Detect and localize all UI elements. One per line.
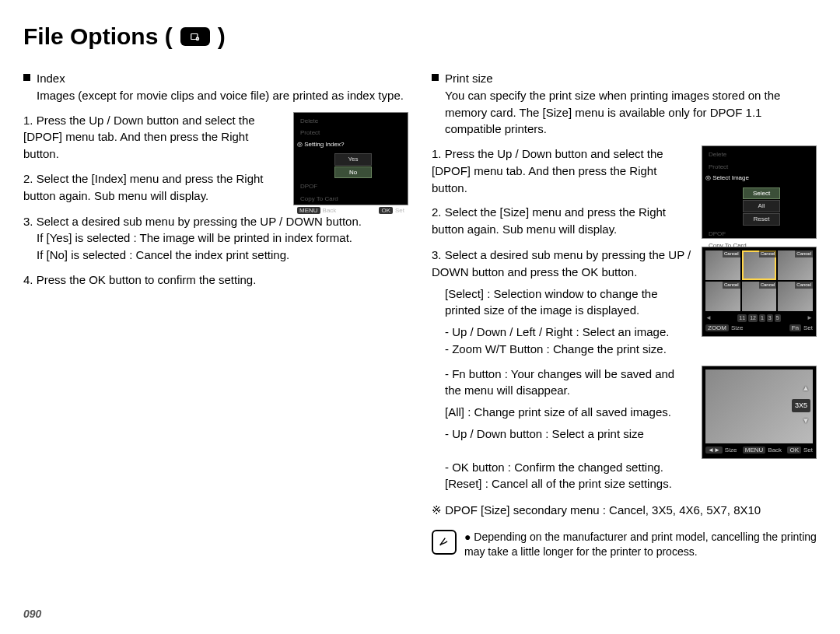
left-step4: 4. Press the OK button to confirm the se… xyxy=(23,271,408,289)
choice-all: All xyxy=(743,200,780,212)
right-updown: - Up / Down / Left / Right : Select an i… xyxy=(445,324,692,341)
thumb: Cancel xyxy=(778,282,813,311)
left-step3-no: If [No] is selected : Cancel the index p… xyxy=(37,247,408,264)
footer-size: Size xyxy=(725,447,737,454)
dpof-secondary: ※ DPOF [Size] secondary menu : Cancel, 3… xyxy=(432,502,817,519)
menu-delete: Delete xyxy=(297,116,404,127)
footer-set: Set xyxy=(395,207,404,214)
left-step2: 2. Select the [Index] menu and press the… xyxy=(23,170,284,205)
right-updown2: - Up / Down button : Select a print size xyxy=(445,426,692,443)
menu-protect: Protect xyxy=(297,128,404,138)
lcd-single-photo: ▲ 3X5 ▼ ◄►Size MENUBack OKSet xyxy=(702,366,817,459)
menu-protect: Protect xyxy=(705,162,813,173)
index-intro: Images (except for movie clips and voice… xyxy=(37,87,408,104)
page-title: File Options ( ) xyxy=(23,23,817,50)
tag-ok: OK xyxy=(787,447,801,454)
choice-no: No xyxy=(334,166,372,179)
title-close: ) xyxy=(218,23,226,50)
thumb: Cancel xyxy=(705,282,740,311)
page-number: 090 xyxy=(23,608,41,620)
left-step3-yes: If [Yes] is selected : The image will be… xyxy=(37,229,408,247)
right-ok: - OK button : Confirm the changed settin… xyxy=(445,459,817,476)
footer-back: Back xyxy=(768,447,782,454)
right-step3: 3. Select a desired sub menu by pressing… xyxy=(432,247,692,281)
page-label: 12 xyxy=(748,314,758,322)
file-options-icon xyxy=(180,27,210,46)
right-fn: - Fn button : Your changes will be saved… xyxy=(445,366,692,400)
left-column: Index Images (except for movie clips and… xyxy=(23,70,408,560)
size-badge: 3X5 xyxy=(792,399,810,412)
thumb-selected: Cancel xyxy=(742,250,777,280)
note-icon xyxy=(432,530,457,555)
lcd-setting-index: Delete Protect ◎ Setting Index? Yes No D… xyxy=(293,112,408,205)
menu-select-image: ◎ Select Image xyxy=(705,173,813,183)
menu-copy: Copy To Card xyxy=(297,194,404,205)
page-nav-left: ◄ xyxy=(705,313,712,323)
section-title-print-size: Print size xyxy=(445,70,493,87)
arrow-up-icon: ▲ xyxy=(802,383,810,394)
page-label: 11 xyxy=(737,314,747,322)
choice-select: Select xyxy=(743,187,780,200)
tag-menu: MENU xyxy=(743,447,766,454)
choice-reset: Reset xyxy=(743,213,780,226)
right-step2: 2. Select the [Size] menu and press the … xyxy=(432,204,692,238)
note-bullet: ● xyxy=(464,531,471,543)
page-label: 1 xyxy=(759,314,765,322)
square-bullet-icon xyxy=(432,74,439,81)
footer-set: Set xyxy=(803,447,813,454)
footer-set: Set xyxy=(803,324,813,331)
menu-dpof: DPOF xyxy=(297,181,404,192)
right-zoom: - Zoom W/T Button : Change the print siz… xyxy=(445,341,692,358)
print-size-intro: You can specify the print size when prin… xyxy=(445,87,817,138)
right-select: [Select] : Selection window to change th… xyxy=(445,285,692,320)
page-label: 5 xyxy=(775,314,781,322)
note-text: Depending on the manufacturer and print … xyxy=(464,531,817,559)
title-text: File Options ( xyxy=(23,23,173,50)
arrow-down-icon: ▼ xyxy=(802,415,810,427)
tag-arrows: ◄► xyxy=(705,447,723,454)
page-nav-right: ► xyxy=(807,313,813,323)
thumb: Cancel xyxy=(742,282,777,311)
tag-fn: Fn xyxy=(789,324,801,331)
right-column: Print size You can specify the print siz… xyxy=(432,70,817,560)
thumb: Cancel xyxy=(705,250,740,280)
menu-delete: Delete xyxy=(705,149,813,160)
thumb: Cancel xyxy=(778,250,813,280)
left-step1: 1. Press the Up / Down button and select… xyxy=(23,112,284,163)
right-step1: 1. Press the Up / Down button and select… xyxy=(432,145,692,196)
footer-size: Size xyxy=(731,324,744,331)
left-step3: 3. Select a desired sub menu by pressing… xyxy=(23,213,408,230)
right-all: [All] : Change print size of all saved i… xyxy=(445,404,692,421)
section-title-index: Index xyxy=(37,70,65,87)
menu-dpof: DPOF xyxy=(705,229,813,240)
menu-setting-index: ◎ Setting Index? xyxy=(297,140,404,149)
choice-yes: Yes xyxy=(334,153,372,166)
page-label: 3 xyxy=(767,314,773,322)
lcd-select-image: Delete Protect ◎ Select Image Select All… xyxy=(702,145,817,239)
manual-page: File Options ( ) Index Images (except fo… xyxy=(0,0,840,634)
right-reset: [Reset] : Cancel all of the print size s… xyxy=(445,475,817,492)
square-bullet-icon xyxy=(23,74,30,81)
tag-ok: OK xyxy=(379,207,393,214)
lcd-thumbnail-grid: Cancel Cancel Cancel Cancel Cancel Cance… xyxy=(702,247,817,337)
tag-zoom: ZOOM xyxy=(705,324,729,331)
